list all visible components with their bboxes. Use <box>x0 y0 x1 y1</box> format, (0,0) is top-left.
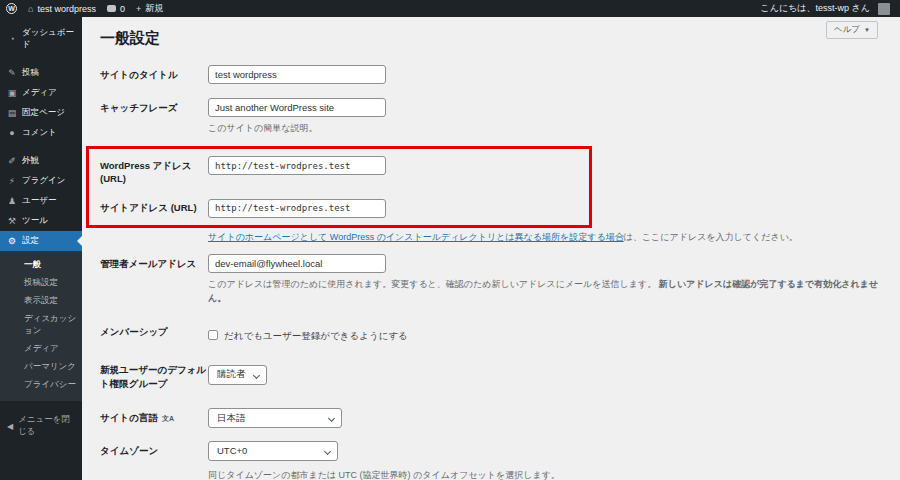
admin-bar: W ⌂ test wordpress 0 + 新規 こんにちは、tesst-wp… <box>0 0 900 17</box>
sidebar-item-label: ダッシュボード <box>22 27 78 51</box>
empty-label <box>100 231 208 245</box>
settings-submenu: 一般 投稿設定 表示設定 ディスカッション メディア パーマリンク プライバシー <box>0 251 82 401</box>
timezone-description: 同じタイムゾーンの都市または UTC (協定世界時) のタイムオフセットを選択し… <box>208 469 880 480</box>
submenu-item-privacy[interactable]: プライバシー <box>0 376 82 394</box>
sidebar-item-label: プラグイン <box>22 175 66 187</box>
admin-email-description: このアドレスは管理のために使用されます。変更すると、確認のため新しいアドレスにメ… <box>208 278 880 305</box>
wordpress-address-label: WordPress アドレス (URL) <box>100 155 208 187</box>
sidebar-item-posts[interactable]: ✎ 投稿 <box>0 63 82 83</box>
sidebar-item-label: ツール <box>22 215 48 227</box>
sidebar-item-label: 固定ページ <box>22 107 65 119</box>
wordpress-address-input[interactable] <box>208 156 386 175</box>
submenu-item-general[interactable]: 一般 <box>0 256 82 274</box>
tools-icon: ⚒ <box>7 216 17 226</box>
collapse-menu-button[interactable]: ◀ メニューを閉じる <box>0 409 82 443</box>
sidebar-item-label: 投稿 <box>22 67 39 79</box>
site-address-input[interactable] <box>208 199 386 218</box>
sidebar-item-dashboard[interactable]: ◔ ダッシュボード <box>0 23 82 55</box>
pages-icon: ▤ <box>7 108 17 118</box>
adminbar-site-link[interactable]: ⌂ test wordpress <box>28 4 96 14</box>
sidebar-item-label: 設定 <box>22 235 39 247</box>
sidebar-item-settings[interactable]: ⚙ 設定 <box>0 231 82 251</box>
page-title: 一般設定 <box>100 29 880 48</box>
site-language-select[interactable]: 日本語 <box>208 408 342 428</box>
field-row-membership: メンバーシップ だれでもユーザー登録ができるようにする <box>100 321 880 343</box>
users-icon: ♟ <box>7 196 17 206</box>
field-row-wordpress-address: WordPress アドレス (URL) <box>100 155 579 187</box>
adminbar-site-name: test wordpress <box>37 4 96 14</box>
sidebar-separator <box>0 55 82 63</box>
posts-icon: ✎ <box>7 68 17 78</box>
comments-icon: ● <box>7 128 17 138</box>
field-row-default-role: 新規ユーザーのデフォルト権限グループ 購読者 <box>100 359 880 391</box>
admin-bar-right: こんにちは、tesst-wp さん <box>761 2 891 15</box>
translation-icon: 文A <box>162 415 174 422</box>
adminbar-new-button[interactable]: + 新規 <box>136 2 163 15</box>
site-title-input[interactable] <box>208 65 386 84</box>
sidebar-item-comments[interactable]: ● コメント <box>0 123 82 143</box>
timezone-select[interactable]: UTC+0 <box>208 441 338 461</box>
comments-bubble-icon <box>107 5 116 12</box>
wordpress-admin-screen: W ⌂ test wordpress 0 + 新規 こんにちは、tesst-wp… <box>0 0 900 480</box>
sidebar-item-appearance[interactable]: ✐ 外観 <box>0 151 82 171</box>
field-row-admin-email: 管理者メールアドレス このアドレスは管理のために使用されます。変更すると、確認の… <box>100 253 880 305</box>
admin-email-input[interactable] <box>208 254 386 273</box>
sidebar-item-label: メディア <box>22 87 57 99</box>
highlight-annotation: WordPress アドレス (URL) サイトアドレス (URL) <box>86 146 592 228</box>
help-label: ヘルプ <box>834 24 860 36</box>
collapse-menu-label: メニューを閉じる <box>18 414 75 438</box>
sidebar-item-label: コメント <box>22 127 57 139</box>
admin-sidebar: ◔ ダッシュボード ✎ 投稿 ▣ メディア ▤ 固定ページ ● コメント ✐ 外… <box>0 17 82 480</box>
appearance-icon: ✐ <box>7 156 17 166</box>
submenu-item-discussion[interactable]: ディスカッション <box>0 310 82 340</box>
sidebar-item-plugins[interactable]: ⚡ プラグイン <box>0 171 82 191</box>
admin-bar-left: W ⌂ test wordpress 0 + 新規 <box>6 2 163 15</box>
field-row-tagline: キャッチフレーズ このサイトの簡単な説明。 <box>100 97 880 136</box>
membership-checkbox-label: だれでもユーザー登録ができるようにする <box>224 330 408 341</box>
site-address-label: サイトアドレス (URL) <box>100 197 208 218</box>
field-row-site-title: サイトのタイトル <box>100 64 880 84</box>
default-role-select[interactable]: 購読者 <box>208 365 267 385</box>
sidebar-item-pages[interactable]: ▤ 固定ページ <box>0 103 82 123</box>
site-language-label: サイトの言語文A <box>100 407 208 429</box>
default-role-value: 購読者 <box>217 368 246 381</box>
wordpress-logo-icon[interactable]: W <box>6 3 17 14</box>
adminbar-comments[interactable]: 0 <box>107 4 125 14</box>
media-icon: ▣ <box>7 88 17 98</box>
site-title-label: サイトのタイトル <box>100 64 208 84</box>
adminbar-new-label: 新規 <box>145 2 163 15</box>
submenu-item-writing[interactable]: 投稿設定 <box>0 274 82 292</box>
plugins-icon: ⚡ <box>7 176 17 186</box>
settings-page: ヘルプ ▼ 一般設定 サイトのタイトル キャッチフレーズ このサイトの簡単な説明… <box>82 17 900 480</box>
submenu-item-media[interactable]: メディア <box>0 340 82 358</box>
tagline-description: このサイトの簡単な説明。 <box>208 122 880 136</box>
field-row-timezone: タイムゾーン UTC+0 同じタイムゾーンの都市または UTC (協定世界時) … <box>100 440 880 480</box>
field-row-site-address: サイトアドレス (URL) <box>100 197 579 218</box>
sidebar-item-media[interactable]: ▣ メディア <box>0 83 82 103</box>
site-address-help-link[interactable]: サイトのホームページとして WordPress のインストールディレクトリとは異… <box>208 232 624 242</box>
default-role-label: 新規ユーザーのデフォルト権限グループ <box>100 359 208 391</box>
timezone-label: タイムゾーン <box>100 440 208 480</box>
plus-icon: + <box>136 4 141 14</box>
site-address-description: サイトのホームページとして WordPress のインストールディレクトリとは異… <box>208 231 880 245</box>
chevron-down-icon: ▼ <box>864 27 870 33</box>
membership-label: メンバーシップ <box>100 321 208 343</box>
admin-email-label: 管理者メールアドレス <box>100 253 208 305</box>
sidebar-item-users[interactable]: ♟ ユーザー <box>0 191 82 211</box>
sidebar-item-tools[interactable]: ⚒ ツール <box>0 211 82 231</box>
submenu-item-reading[interactable]: 表示設定 <box>0 292 82 310</box>
site-address-help-row: サイトのホームページとして WordPress のインストールディレクトリとは異… <box>100 231 880 245</box>
tagline-input[interactable] <box>208 98 386 117</box>
admin-email-description-text: このアドレスは管理のために使用されます。変更すると、確認のため新しいアドレスにメ… <box>208 279 656 289</box>
timezone-value: UTC+0 <box>217 445 247 456</box>
tagline-label: キャッチフレーズ <box>100 97 208 136</box>
help-button[interactable]: ヘルプ ▼ <box>826 21 878 39</box>
collapse-arrow-icon: ◀ <box>7 422 13 431</box>
membership-checkbox[interactable] <box>208 330 218 340</box>
submenu-item-permalinks[interactable]: パーマリンク <box>0 358 82 376</box>
dashboard-icon: ◔ <box>7 34 17 44</box>
sidebar-item-label: 外観 <box>22 155 39 167</box>
site-language-value: 日本語 <box>217 412 246 425</box>
adminbar-greeting: こんにちは、tesst-wp さん <box>761 2 871 15</box>
adminbar-my-account[interactable]: こんにちは、tesst-wp さん <box>761 2 891 15</box>
